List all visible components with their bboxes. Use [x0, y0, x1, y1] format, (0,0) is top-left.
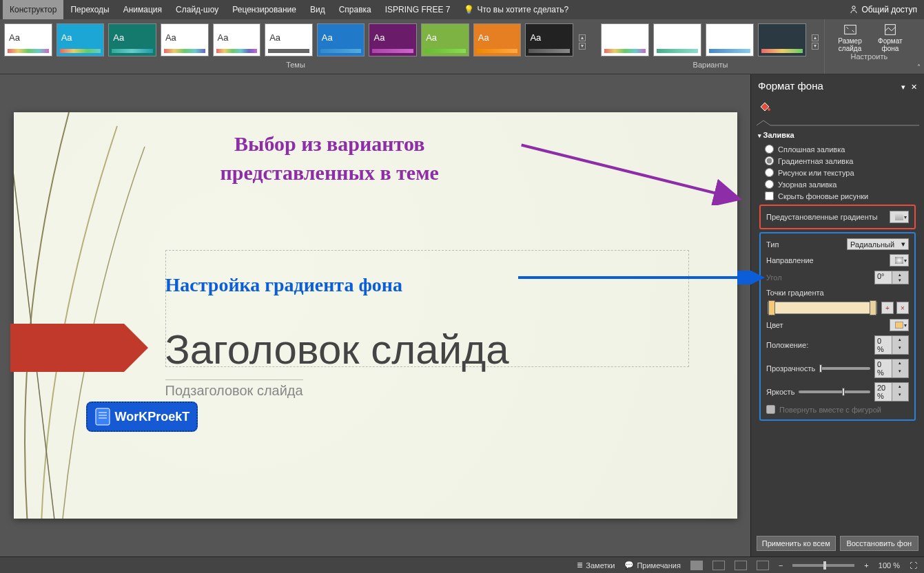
add-stop-icon[interactable]: +	[881, 302, 894, 314]
decorative-lines	[14, 112, 152, 519]
rotate-with-shape: Повернуть вместе с фигурой	[763, 404, 912, 415]
comments-button[interactable]: 💬 Примечания	[624, 561, 681, 570]
theme-thumb[interactable]: Aa	[265, 23, 313, 56]
themes-gallery[interactable]: Aa Aa Aa Aa Aa Aa Aa Aa Aa Aa Aa ▴▾	[0, 19, 591, 61]
tab-ispring[interactable]: ISPRING FREE 7	[378, 0, 458, 19]
pane-divider	[751, 118, 924, 127]
direction-picker[interactable]	[890, 254, 909, 267]
remove-stop-icon[interactable]: ×	[896, 302, 909, 314]
svg-point-0	[852, 6, 855, 9]
pane-options-icon[interactable]: ▾	[901, 83, 905, 91]
type-label: Тип	[766, 240, 779, 249]
brightness-slider[interactable]	[799, 390, 870, 393]
preset-swatch[interactable]	[890, 211, 909, 223]
type-combo[interactable]: Радиальный▾	[847, 238, 909, 250]
tab-transitions[interactable]: Переходы	[63, 0, 116, 19]
theme-thumb[interactable]: Aa	[213, 23, 261, 56]
radio-pattern[interactable]: Узорная заливка	[758, 178, 917, 190]
tab-design[interactable]: Конструктор	[3, 0, 63, 19]
format-background-pane: Формат фона ▾✕ Заливка Сплошная заливка …	[750, 74, 924, 556]
view-normal-icon[interactable]	[690, 561, 703, 570]
watermark: WorKProekT	[86, 402, 198, 432]
slide-subtitle[interactable]: Подзаголовок слайда	[165, 379, 303, 399]
angle-label: Угол	[766, 273, 782, 282]
fit-slide-icon[interactable]: ⛶	[910, 561, 917, 570]
variants-gallery[interactable]: ▴▾	[597, 19, 824, 61]
variant-thumb[interactable]	[601, 23, 649, 56]
pane-close-icon[interactable]: ✕	[911, 83, 917, 91]
ribbon-tabs: Конструктор Переходы Анимация Слайд-шоу …	[0, 0, 924, 19]
position-label: Положение:	[766, 341, 808, 349]
angle-spinner: 0°▴▾	[874, 271, 909, 284]
annotation-arrow-1	[496, 136, 765, 205]
zoom-in-icon[interactable]: +	[864, 561, 868, 570]
gradient-track[interactable]	[768, 302, 877, 314]
group-label-variants: Варианты	[597, 61, 824, 70]
fill-bucket-icon[interactable]	[758, 100, 772, 114]
svg-rect-4	[96, 408, 110, 425]
view-reading-icon[interactable]	[735, 561, 747, 570]
preset-gradients[interactable]: Предустановленные градиенты	[763, 209, 912, 225]
radio-gradient[interactable]: Градиентная заливка	[758, 155, 917, 167]
variant-thumb[interactable]	[706, 23, 754, 56]
tab-review[interactable]: Рецензирование	[225, 0, 303, 19]
view-sorter-icon[interactable]	[712, 561, 725, 570]
position-spinner[interactable]: 0 %▴▾	[874, 335, 909, 355]
theme-thumb[interactable]: Aa	[369, 23, 417, 56]
radio-picture[interactable]: Рисунок или текстура	[758, 167, 917, 178]
theme-thumb[interactable]: Aa	[473, 23, 522, 56]
view-slideshow-icon[interactable]	[757, 561, 769, 570]
tell-me[interactable]: 💡 Что вы хотите сделать?	[457, 0, 575, 19]
theme-thumb[interactable]: Aa	[108, 23, 156, 56]
svg-rect-1	[844, 25, 856, 34]
color-picker[interactable]	[890, 319, 909, 331]
format-background-button[interactable]: Формат фона	[874, 22, 907, 52]
slide[interactable]: Заголовок слайда Подзаголовок слайда Выб…	[14, 112, 737, 519]
theme-thumb[interactable]: Aa	[525, 23, 573, 56]
restore-bg-button[interactable]: Восстановить фон	[840, 536, 919, 551]
theme-thumb[interactable]: Aa	[57, 23, 105, 56]
notes-button[interactable]: ≣ Заметки	[577, 561, 615, 570]
transparency-label: Прозрачность	[766, 364, 815, 373]
theme-thumb[interactable]: Aa	[421, 23, 469, 56]
slide-canvas: Заголовок слайда Подзаголовок слайда Выб…	[0, 74, 750, 556]
tab-animations[interactable]: Анимация	[116, 0, 169, 19]
collapse-ribbon[interactable]: ˄	[914, 19, 924, 74]
zoom-out-icon[interactable]: −	[779, 561, 783, 570]
annotation-gradient: Настройка градиента фона	[165, 274, 402, 296]
annotation-variants: Выбор из вариантовпредставленных в теме	[220, 129, 439, 187]
variant-thumb[interactable]	[653, 23, 701, 56]
direction-label: Направление	[766, 256, 814, 264]
checkbox-hide-bg[interactable]: Скрыть фоновые рисунки	[758, 190, 917, 202]
apply-all-button[interactable]: Применить ко всем	[757, 536, 836, 551]
group-label-themes: Темы	[0, 61, 591, 70]
document-icon	[94, 407, 111, 426]
red-arrow-shape	[10, 324, 124, 372]
color-label: Цвет	[766, 321, 783, 329]
tab-help[interactable]: Справка	[332, 0, 378, 19]
slide-title[interactable]: Заголовок слайда	[165, 326, 509, 373]
zoom-value[interactable]: 100 %	[879, 561, 900, 570]
theme-thumb[interactable]: Aa	[4, 23, 52, 56]
section-fill[interactable]: Заливка	[758, 131, 917, 139]
theme-thumb[interactable]: Aa	[317, 23, 365, 56]
variant-thumb[interactable]	[758, 23, 806, 56]
slide-size-button[interactable]: Размер слайда	[832, 22, 868, 52]
ribbon: Aa Aa Aa Aa Aa Aa Aa Aa Aa Aa Aa ▴▾ Темы…	[0, 19, 924, 74]
zoom-slider[interactable]	[792, 564, 854, 567]
brightness-spinner[interactable]: 20 %▴▾	[874, 382, 909, 402]
theme-thumb[interactable]: Aa	[161, 23, 209, 56]
tab-slideshow[interactable]: Слайд-шоу	[169, 0, 225, 19]
transparency-slider[interactable]	[819, 367, 870, 370]
share-button[interactable]: Общий доступ	[849, 5, 924, 14]
group-label-configure: Настроить	[850, 52, 887, 62]
transparency-spinner[interactable]: 0 %▴▾	[874, 359, 909, 378]
variants-more[interactable]: ▴▾	[810, 23, 820, 56]
brightness-label: Яркость	[766, 388, 794, 396]
themes-more[interactable]: ▴▾	[577, 23, 587, 56]
pane-title: Формат фона	[758, 80, 823, 92]
stops-label: Точки градиента	[766, 289, 824, 297]
svg-point-8	[768, 108, 770, 111]
radio-solid[interactable]: Сплошная заливка	[758, 143, 917, 155]
tab-view[interactable]: Вид	[303, 0, 332, 19]
